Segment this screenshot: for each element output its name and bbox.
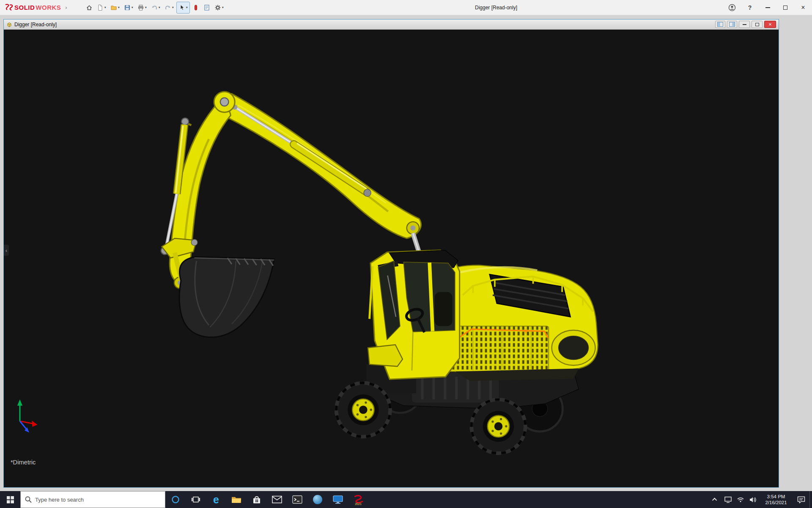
action-center-button[interactable] bbox=[793, 491, 809, 508]
select-tool-button[interactable]: ▾ bbox=[176, 2, 190, 14]
app-titlebar: SOLIDWORKS › ▾ ▾ ▾ ▾ ▾ ▾ bbox=[0, 0, 812, 15]
print-button[interactable]: ▾ bbox=[136, 2, 148, 14]
start-button[interactable] bbox=[0, 491, 20, 508]
clock-time: 3:54 PM bbox=[767, 494, 785, 500]
options-caret[interactable]: ▾ bbox=[222, 6, 224, 9]
select-cursor-icon bbox=[178, 4, 185, 11]
close-button[interactable]: × bbox=[794, 0, 812, 15]
taskbar: Type here to search e 2021 bbox=[0, 491, 812, 508]
dassault-logo-icon bbox=[4, 3, 14, 12]
save-button[interactable]: ▾ bbox=[122, 2, 135, 14]
doc-minimize-icon bbox=[743, 24, 746, 25]
network-icon bbox=[737, 497, 744, 502]
store-taskbar-button[interactable] bbox=[247, 491, 267, 508]
viewport-layout-button-2[interactable] bbox=[727, 21, 737, 28]
task-view-icon bbox=[192, 495, 200, 504]
open-button[interactable]: ▾ bbox=[109, 2, 121, 14]
new-document-caret[interactable]: ▾ bbox=[104, 6, 106, 9]
windows-start-icon bbox=[7, 496, 14, 503]
feature-tree-flyout-handle[interactable]: ‹ bbox=[4, 245, 9, 256]
solidworks-app-icon: 2021 bbox=[352, 494, 364, 505]
view-orientation-label: *Dimetric bbox=[11, 459, 36, 466]
display-icon bbox=[724, 497, 732, 503]
brand-works-text: WORKS bbox=[36, 4, 61, 11]
app-title: Digger [Read-only] bbox=[475, 5, 517, 11]
console-taskbar-button[interactable] bbox=[287, 491, 307, 508]
wheel-rear-left[interactable] bbox=[472, 400, 525, 453]
undo-button[interactable]: ▾ bbox=[149, 2, 162, 14]
redo-icon bbox=[165, 4, 171, 11]
sw-year-badge: 2021 bbox=[355, 502, 362, 505]
edrawings-icon bbox=[313, 494, 323, 505]
mail-taskbar-button[interactable] bbox=[267, 491, 287, 508]
home-button[interactable] bbox=[84, 2, 94, 14]
help-button[interactable]: ? bbox=[741, 0, 759, 15]
save-icon bbox=[124, 4, 131, 11]
rebuild-button[interactable] bbox=[191, 2, 201, 14]
edrawings-taskbar-button[interactable] bbox=[307, 491, 328, 508]
doc-close-button[interactable]: × bbox=[764, 21, 776, 28]
clock-date: 2/16/2021 bbox=[765, 500, 787, 505]
options-button[interactable]: ▾ bbox=[213, 2, 225, 14]
viewport-layout-icon-2 bbox=[729, 22, 735, 27]
solidworks-taskbar-button[interactable]: 2021 bbox=[348, 491, 368, 508]
doc-restore-button[interactable] bbox=[752, 21, 763, 28]
new-document-icon bbox=[97, 4, 104, 11]
document-titlebar[interactable]: Digger [Read-only] × bbox=[4, 19, 779, 30]
tray-volume-button[interactable] bbox=[747, 491, 760, 508]
open-folder-icon bbox=[110, 4, 117, 11]
operator-seat bbox=[435, 292, 453, 326]
doc-minimize-button[interactable] bbox=[739, 21, 750, 28]
taskbar-clock[interactable]: 3:54 PM 2/16/2021 bbox=[760, 491, 793, 508]
part-document-icon bbox=[6, 22, 12, 28]
redo-caret[interactable]: ▾ bbox=[172, 6, 174, 9]
cortana-button[interactable] bbox=[165, 491, 186, 508]
document-title: Digger [Read-only] bbox=[14, 22, 57, 28]
viewport-layout-icon-1 bbox=[717, 22, 723, 27]
file-explorer-taskbar-button[interactable] bbox=[226, 491, 247, 508]
account-icon bbox=[728, 4, 736, 11]
brand-solid-text: SOLID bbox=[14, 4, 35, 11]
flyout-arrow-icon: ‹ bbox=[5, 247, 7, 254]
store-icon bbox=[252, 495, 262, 504]
file-explorer-icon bbox=[231, 495, 241, 504]
show-desktop-button[interactable] bbox=[809, 491, 812, 508]
file-properties-button[interactable] bbox=[202, 2, 212, 14]
workspace: Digger [Read-only] × bbox=[0, 15, 812, 491]
undo-caret[interactable]: ▾ bbox=[159, 6, 160, 9]
tray-overflow-button[interactable] bbox=[709, 491, 721, 508]
front-fender[interactable] bbox=[368, 345, 403, 366]
console-icon bbox=[292, 495, 302, 504]
undo-icon bbox=[151, 4, 158, 11]
tray-network-button[interactable] bbox=[734, 491, 747, 508]
solidworks-logo: SOLIDWORKS › bbox=[4, 3, 67, 12]
model-viewport-canvas[interactable]: *Dimetric bbox=[4, 30, 779, 487]
select-caret[interactable]: ▾ bbox=[186, 6, 188, 9]
graphics-viewport[interactable]: *Dimetric ‹ bbox=[4, 30, 779, 487]
edge-icon: e bbox=[213, 494, 219, 505]
redo-button[interactable]: ▾ bbox=[163, 2, 176, 14]
open-caret[interactable]: ▾ bbox=[118, 6, 120, 9]
task-view-button[interactable] bbox=[186, 491, 206, 508]
new-document-button[interactable]: ▾ bbox=[95, 2, 108, 14]
minimize-icon bbox=[765, 7, 770, 8]
account-button[interactable] bbox=[723, 0, 741, 15]
upper-body-housing[interactable] bbox=[444, 265, 598, 381]
close-icon: × bbox=[801, 4, 805, 11]
taskbar-search-input[interactable]: Type here to search bbox=[20, 491, 165, 508]
doc-restore-icon bbox=[755, 23, 759, 26]
tray-display-button[interactable] bbox=[721, 491, 734, 508]
print-caret[interactable]: ▾ bbox=[145, 6, 147, 9]
menu-flyout-arrow[interactable]: › bbox=[65, 4, 67, 11]
composer-taskbar-button[interactable] bbox=[328, 491, 348, 508]
minimize-button[interactable] bbox=[759, 0, 776, 15]
viewport-layout-button-1[interactable] bbox=[715, 21, 725, 28]
search-placeholder: Type here to search bbox=[35, 497, 84, 503]
save-caret[interactable]: ▾ bbox=[132, 6, 133, 9]
wheel-front-left[interactable] bbox=[336, 383, 390, 437]
maximize-button[interactable] bbox=[776, 0, 794, 15]
edge-taskbar-button[interactable]: e bbox=[206, 491, 226, 508]
blue-monitor-icon bbox=[333, 495, 343, 504]
maximize-icon bbox=[783, 6, 787, 10]
quick-access-toolbar: ▾ ▾ ▾ ▾ ▾ ▾ ▾ bbox=[84, 2, 225, 14]
